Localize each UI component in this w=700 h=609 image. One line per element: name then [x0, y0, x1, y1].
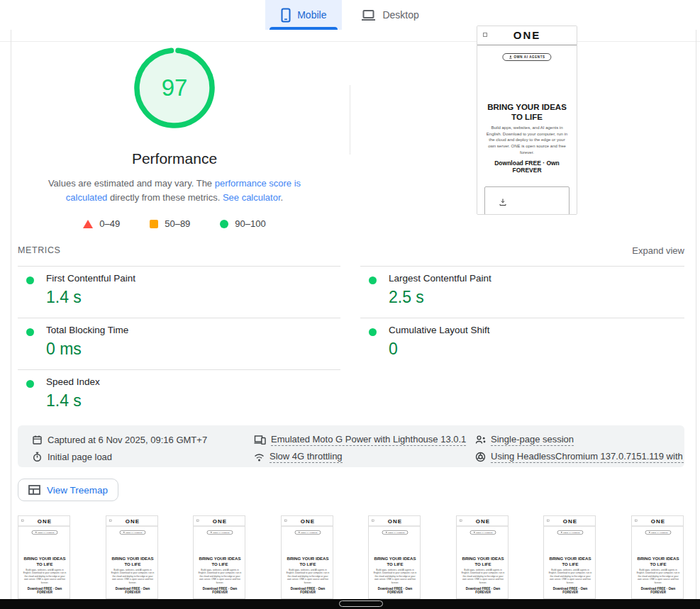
hero-body: Build apps, websites, and AI agents in E… [110, 569, 155, 585]
metric-speed-index: Speed Index 1.4 s [18, 369, 340, 421]
emulated-device: Emulated Moto G Power with Lighthouse 13… [254, 433, 475, 446]
hero-body: Build apps, websites, and AI agents in E… [22, 569, 67, 585]
agent-icon [35, 532, 37, 534]
own-ai-agents-pill: OWN AI AGENTS [32, 530, 58, 535]
tab-active-underline [270, 27, 338, 30]
score-gauge[interactable]: 97 [133, 47, 216, 129]
device-tabbar: Mobile Desktop [0, 0, 700, 30]
hero-body: Build apps, websites, and AI agents in E… [372, 569, 417, 585]
legend-fail-range: 0–49 [99, 218, 120, 229]
emulated-device-text[interactable]: Emulated Moto G Power with Lighthouse 13… [271, 434, 466, 446]
screenshot-page: ONE OWN AI AGENTS BRING YOUR IDEAS TO LI… [544, 516, 596, 599]
hero-heading: BRING YOUR IDEAS TO LIFE [460, 557, 506, 566]
own-ai-agents-pill: OWN AI AGENTS [645, 530, 672, 535]
session-type-text[interactable]: Single-page session [491, 434, 574, 446]
own-ai-agents-pill: OWN AI AGENTS [382, 530, 409, 535]
metrics-header: METRICS Expand view [18, 244, 684, 257]
own-ai-agents-pill: OWN AI AGENTS [207, 530, 233, 535]
throttling-text[interactable]: Slow 4G throttling [270, 451, 343, 463]
filmstrip-thumbnail[interactable]: ONE OWN AI AGENTS BRING YOUR IDEAS TO LI… [281, 515, 333, 599]
tab-mobile[interactable]: Mobile [265, 0, 342, 30]
filmstrip-thumbnail[interactable]: ONE OWN AI AGENTS BRING YOUR IDEAS TO LI… [368, 515, 421, 599]
load-type: Initial page load [32, 450, 254, 463]
own-ai-agents-pill: OWN AI AGENTS [470, 530, 496, 535]
pill-label: OWN AI AGENTS [388, 532, 404, 534]
chrome-icon [475, 452, 486, 462]
filmstrip-thumbnail[interactable]: ONE OWN AI AGENTS BRING YOUR IDEAS TO LI… [193, 515, 245, 599]
agent-icon [298, 532, 300, 534]
pill-label: OWN AI AGENTS [213, 532, 229, 534]
site-logo: ONE [457, 518, 509, 524]
legend-fail: 0–49 [83, 218, 120, 229]
load-type-text: Initial page load [48, 452, 112, 462]
hero-heading: BRING YOUR IDEAS TO LIFE [109, 557, 156, 566]
filmstrip-thumbnail[interactable]: ONE OWN AI AGENTS BRING YOUR IDEAS TO LI… [543, 515, 596, 599]
bottom-bar-pill [339, 600, 383, 607]
hero-body: Build apps, websites, and AI agents in E… [484, 125, 570, 156]
hero-body: Build apps, websites, and AI agents in E… [460, 569, 505, 585]
lighthouse-report: Mobile Desktop 97 Performance Values are… [0, 0, 700, 609]
score-scale-legend: 0–49 50–89 90–100 [18, 218, 330, 229]
hero-heading: BRING YOUR IDEAS TO LIFE [196, 557, 243, 566]
network-throttle-icon [254, 452, 265, 462]
fail-triangle-icon [83, 220, 93, 228]
see-calculator-link[interactable]: See calculator [223, 192, 281, 203]
hero-cta: Download FREE · Own FOREVER [374, 587, 416, 594]
score-value: 97 [133, 47, 216, 129]
metric-value: 0 [389, 340, 684, 359]
desktop-laptop-icon [361, 9, 376, 21]
site-logo: ONE [194, 518, 245, 524]
page-preview[interactable]: ONE OWN AI AGENTS BRING YOUR IDEAS TO LI… [477, 26, 577, 215]
screenshot-page: ONE OWN AI AGENTS BRING YOUR IDEAS TO LI… [106, 516, 158, 599]
throttling: Slow 4G throttling [254, 450, 475, 463]
filmstrip-thumbnail[interactable]: ONE OWN AI AGENTS BRING YOUR IDEAS TO LI… [456, 515, 509, 599]
hero-body: Build apps, websites, and AI agents in E… [197, 569, 242, 585]
site-logo: ONE [477, 29, 577, 41]
calendar-icon [32, 435, 43, 445]
expand-view-button[interactable]: Expand view [632, 245, 684, 256]
screenshot-page: ONE OWN AI AGENTS BRING YOUR IDEAS TO LI… [632, 516, 684, 599]
legend-pass-range: 90–100 [235, 218, 265, 229]
mobile-phone-icon [281, 8, 291, 23]
screenshot-header: ONE [544, 516, 596, 526]
agent-icon [473, 532, 475, 534]
agent-icon [648, 532, 650, 534]
browser-version-text[interactable]: Using HeadlessChromium 137.0.7151.119 wi… [491, 451, 684, 463]
view-treemap-button[interactable]: View Treemap [18, 479, 118, 501]
hero-heading: BRING YOUR IDEAS TO LIFE [635, 557, 682, 566]
filmstrip-thumbnail[interactable]: ONE OWN AI AGENTS BRING YOUR IDEAS TO LI… [106, 515, 158, 599]
hero-cta: Download FREE · Own FOREVER [287, 587, 328, 594]
runtime-settings-box: Captured at 6 Nov 2025, 09:16 GMT+7 Emul… [18, 425, 684, 467]
tab-desktop[interactable]: Desktop [345, 0, 434, 30]
own-ai-agents-pill: OWN AI AGENTS [557, 530, 584, 535]
screenshot-page: ONE OWN AI AGENTS BRING YOUR IDEAS TO LI… [282, 516, 333, 599]
filmstrip-thumbnail[interactable]: ONE OWN AI AGENTS BRING YOUR IDEAS TO LI… [631, 515, 684, 599]
pill-label: OWN AI AGENTS [476, 532, 492, 534]
screenshot-header: ONE [194, 516, 245, 526]
screenshot-header: ONE [369, 516, 421, 526]
site-logo: ONE [632, 518, 684, 524]
site-logo: ONE [18, 518, 70, 524]
session-type: Single-page session [475, 433, 684, 446]
screenshot-header: ONE [632, 516, 684, 526]
agent-icon [509, 55, 512, 59]
own-ai-agents-pill: OWN AI AGENTS [295, 530, 321, 535]
pill-label: OWN AI AGENTS [513, 55, 545, 59]
metric-cumulative-layout-shift: Cumulative Layout Shift 0 [360, 318, 684, 369]
tab-desktop-label: Desktop [382, 9, 418, 21]
report-right-border [696, 30, 696, 599]
metric-value: 1.4 s [46, 391, 340, 410]
metric-largest-contentful-paint: Largest Contentful Paint 2.5 s [360, 266, 684, 318]
hero-heading: BRING YOUR IDEAS TO LIFE [483, 103, 571, 122]
filmstrip-thumbnail[interactable]: ONE OWN AI AGENTS BRING YOUR IDEAS TO LI… [18, 515, 70, 599]
metric-label: Largest Contentful Paint [389, 273, 684, 284]
hero-heading: BRING YOUR IDEAS TO LIFE [284, 557, 331, 566]
treemap-icon [28, 485, 40, 495]
pill-label: OWN AI AGENTS [126, 532, 142, 534]
screenshot-page: ONE OWN AI AGENTS BRING YOUR IDEAS TO LI… [369, 516, 421, 599]
hero-heading: BRING YOUR IDEAS TO LIFE [372, 557, 418, 566]
devices-icon [254, 435, 266, 445]
hero-cta: Download FREE · Own FOREVER [112, 587, 153, 594]
hero-cta: Download FREE · Own FOREVER [550, 587, 591, 594]
legend-average-range: 50–89 [165, 218, 190, 229]
